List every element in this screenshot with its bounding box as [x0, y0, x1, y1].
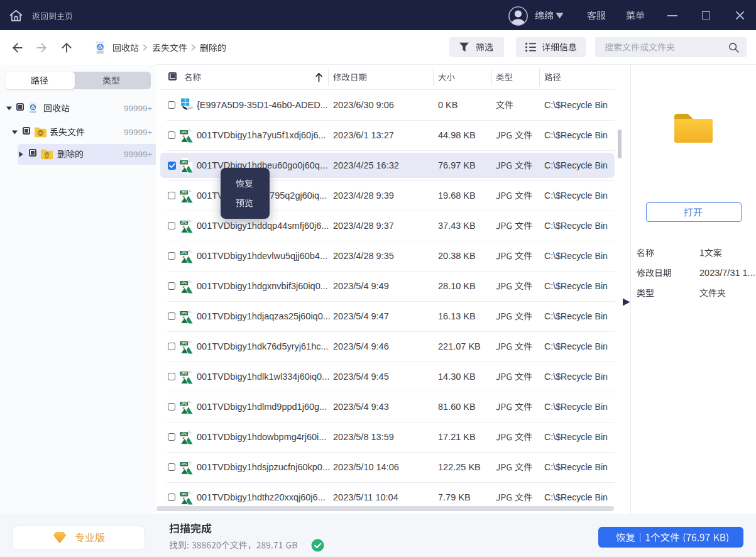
svg-text:JPG: JPG — [181, 342, 187, 345]
svg-text:JPG: JPG — [181, 161, 187, 164]
svg-text:JPG: JPG — [181, 131, 187, 134]
svg-text:JPG: JPG — [181, 251, 187, 255]
svg-text:JPG: JPG — [181, 372, 187, 375]
svg-text:JPG: JPG — [181, 463, 187, 466]
svg-text:JPG: JPG — [181, 402, 187, 405]
svg-text:JPG: JPG — [181, 493, 187, 496]
svg-text:JPG: JPG — [181, 282, 187, 285]
svg-text:JPG: JPG — [181, 312, 187, 315]
svg-text:JPG: JPG — [181, 221, 187, 224]
svg-text:JPG: JPG — [181, 433, 187, 436]
svg-text:JPG: JPG — [181, 191, 187, 194]
